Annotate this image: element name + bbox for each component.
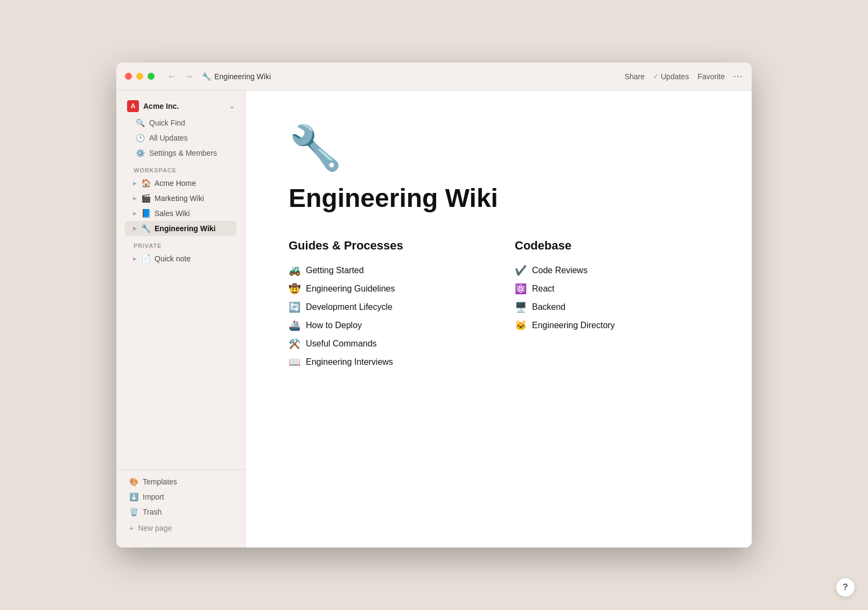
workspace-name-label: Acme Inc. — [143, 102, 179, 110]
sidebar-item-quick-note[interactable]: ▶ 📄 Quick note — [125, 251, 236, 266]
close-button[interactable] — [125, 73, 132, 80]
page-emoji-container: 🔧 — [289, 123, 709, 174]
sidebar-item-all-updates[interactable]: 🕐 All Updates — [125, 130, 236, 145]
page-icon: 🎬 — [141, 193, 151, 203]
favorite-button[interactable]: Favorite — [697, 72, 725, 81]
sidebar-item-quick-find[interactable]: 🔍 Quick Find — [125, 115, 236, 130]
traffic-lights — [125, 73, 155, 80]
trash-label: Trash — [143, 508, 162, 516]
titlebar: ← → 🔧 Engineering Wiki Share ✓ Updates F… — [116, 63, 752, 91]
titlebar-page-title: Engineering Wiki — [214, 72, 271, 81]
development-lifecycle-link[interactable]: 🔄 Development Lifecycle — [289, 298, 482, 316]
main-layout: A Acme Inc. ⌄ 🔍 Quick Find 🕐 All Updates… — [116, 91, 752, 547]
acme-home-label: Acme Home — [155, 179, 196, 188]
engineering-interviews-label: Engineering Interviews — [306, 357, 393, 367]
more-options-button[interactable]: ··· — [733, 71, 743, 82]
all-updates-label: All Updates — [149, 134, 188, 142]
plus-icon: + — [129, 524, 134, 532]
backend-label: Backend — [532, 302, 565, 312]
code-reviews-link[interactable]: ✔️ Code Reviews — [515, 261, 709, 280]
minimize-button[interactable] — [136, 73, 143, 80]
sidebar-item-templates[interactable]: 🎨 Templates — [118, 474, 243, 489]
cat-icon: 🐱 — [515, 320, 527, 331]
getting-started-label: Getting Started — [306, 266, 364, 275]
trash-icon: 🗑️ — [129, 508, 138, 516]
workspace-logo: A — [127, 100, 139, 112]
import-label: Import — [143, 493, 164, 501]
titlebar-page-icon: 🔧 — [202, 72, 211, 81]
development-lifecycle-label: Development Lifecycle — [306, 302, 393, 312]
monitor-icon: 🖥️ — [515, 301, 527, 313]
templates-icon: 🎨 — [129, 477, 138, 486]
useful-commands-label: Useful Commands — [306, 339, 377, 349]
import-icon: ⬇️ — [129, 493, 138, 501]
how-to-deploy-link[interactable]: 🚢 How to Deploy — [289, 316, 482, 335]
collapse-arrow-icon: ▶ — [131, 226, 138, 231]
engineering-wiki-label: Engineering Wiki — [155, 224, 215, 233]
engineering-interviews-link[interactable]: 📖 Engineering Interviews — [289, 353, 482, 371]
react-link[interactable]: ⚛️ React — [515, 280, 709, 298]
engineering-directory-link[interactable]: 🐱 Engineering Directory — [515, 316, 709, 335]
page-title: Engineering Wiki — [289, 184, 709, 213]
useful-commands-link[interactable]: ⚒️ Useful Commands — [289, 335, 482, 353]
new-page-button[interactable]: + New page — [118, 519, 243, 537]
tractor-icon: 🚜 — [289, 265, 300, 276]
sidebar-item-acme-home[interactable]: ▶ 🏠 Acme Home — [125, 176, 236, 191]
guides-heading: Guides & Processes — [289, 239, 482, 253]
collapse-arrow-icon: ▶ — [131, 196, 138, 201]
back-button[interactable]: ← — [165, 70, 178, 84]
cowboy-icon: 🤠 — [289, 283, 300, 295]
page-icon: 📘 — [141, 209, 151, 218]
app-window: ← → 🔧 Engineering Wiki Share ✓ Updates F… — [116, 63, 752, 547]
sidebar-item-sales-wiki[interactable]: ▶ 📘 Sales Wiki — [125, 206, 236, 221]
templates-label: Templates — [143, 477, 177, 486]
workspace-name[interactable]: A Acme Inc. ⌄ — [123, 97, 239, 115]
guides-section: Guides & Processes 🚜 Getting Started 🤠 E… — [289, 239, 482, 371]
codebase-heading: Codebase — [515, 239, 709, 253]
atom-icon: ⚛️ — [515, 283, 527, 295]
page-icon: 📄 — [141, 254, 151, 264]
quick-find-label: Quick Find — [149, 119, 185, 127]
quick-note-label: Quick note — [155, 254, 191, 263]
new-page-label: New page — [138, 524, 172, 532]
book-icon: 📖 — [289, 356, 300, 368]
updates-label: Updates — [661, 72, 689, 81]
sidebar-top: A Acme Inc. ⌄ 🔍 Quick Find 🕐 All Updates… — [116, 97, 245, 273]
page-icon: 🔧 — [141, 224, 151, 233]
tools-icon: ⚒️ — [289, 338, 300, 350]
backend-link[interactable]: 🖥️ Backend — [515, 298, 709, 316]
search-icon: 🔍 — [136, 119, 145, 127]
sidebar-item-marketing-wiki[interactable]: ▶ 🎬 Marketing Wiki — [125, 191, 236, 206]
nav-buttons: ← → — [165, 70, 195, 84]
collapse-arrow-icon: ▶ — [131, 211, 138, 216]
forward-button[interactable]: → — [183, 70, 195, 84]
engineering-directory-label: Engineering Directory — [532, 321, 615, 330]
sidebar-item-engineering-wiki[interactable]: ▶ 🔧 Engineering Wiki — [125, 221, 236, 236]
collapse-arrow-icon: ▶ — [131, 256, 138, 261]
sidebar-bottom: 🎨 Templates ⬇️ Import 🗑️ Trash + New pag… — [116, 469, 245, 541]
how-to-deploy-label: How to Deploy — [306, 321, 362, 330]
sidebar: A Acme Inc. ⌄ 🔍 Quick Find 🕐 All Updates… — [116, 91, 246, 547]
page-icon: 🏠 — [141, 178, 151, 188]
chevron-down-icon: ⌄ — [229, 103, 234, 110]
wiki-grid: Guides & Processes 🚜 Getting Started 🤠 E… — [289, 239, 709, 371]
content-area: 🔧 Engineering Wiki Guides & Processes 🚜 … — [246, 91, 752, 547]
help-button[interactable]: ? — [836, 578, 855, 597]
maximize-button[interactable] — [148, 73, 155, 80]
sidebar-item-trash[interactable]: 🗑️ Trash — [118, 504, 243, 519]
clock-icon: 🕐 — [136, 134, 145, 142]
code-reviews-label: Code Reviews — [532, 266, 587, 275]
settings-label: Settings & Members — [149, 149, 217, 157]
gear-icon: ⚙️ — [136, 149, 145, 157]
updates-button[interactable]: ✓ Updates — [653, 72, 689, 81]
titlebar-actions: Share ✓ Updates Favorite ··· — [625, 71, 743, 82]
ship-icon: 🚢 — [289, 320, 300, 331]
share-button[interactable]: Share — [625, 72, 645, 81]
engineering-guidelines-label: Engineering Guidelines — [306, 284, 395, 294]
sidebar-item-settings[interactable]: ⚙️ Settings & Members — [125, 145, 236, 161]
engineering-guidelines-link[interactable]: 🤠 Engineering Guidelines — [289, 280, 482, 298]
getting-started-link[interactable]: 🚜 Getting Started — [289, 261, 482, 280]
page-emoji: 🔧 — [289, 123, 342, 174]
workspace-section-label: WORKSPACE — [123, 161, 239, 176]
sidebar-item-import[interactable]: ⬇️ Import — [118, 489, 243, 504]
